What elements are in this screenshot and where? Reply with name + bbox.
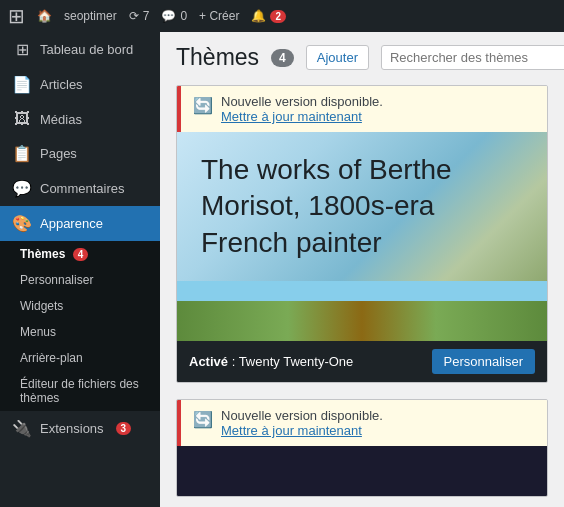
themes-count-badge: 4: [271, 49, 294, 67]
admin-bar: ⊞ 🏠 seoptimer ⟳ 7 💬 0 + Créer 🔔 2: [0, 0, 564, 32]
sidebar-sub-themes[interactable]: Thèmes 4: [0, 241, 160, 267]
landscape-detail: [177, 301, 547, 341]
comment-icon: 💬: [161, 9, 176, 23]
wp-logo[interactable]: ⊞: [8, 4, 25, 28]
theme2-preview: [177, 446, 547, 496]
notice-content: Nouvelle version disponible. Mettre à jo…: [221, 94, 383, 124]
update-link-2[interactable]: Mettre à jour maintenant: [221, 423, 362, 438]
add-theme-button[interactable]: Ajouter: [306, 45, 369, 70]
sidebar-sub-menu: Thèmes 4 Personnaliser Widgets Menus Arr…: [0, 241, 160, 411]
commentaires-icon: 💬: [12, 179, 32, 198]
theme1-preview: The works of Berthe Morisot, 1800s-era F…: [177, 132, 547, 281]
theme1-landscape: [177, 281, 547, 341]
content-area: Thèmes 4 Ajouter 🔄 Nouvelle version disp…: [160, 32, 564, 507]
sidebar-item-dashboard[interactable]: ⊞ Tableau de bord: [0, 32, 160, 67]
site-name[interactable]: seoptimer: [64, 9, 117, 23]
content-header: Thèmes 4 Ajouter: [176, 44, 548, 71]
sidebar-sub-personnaliser[interactable]: Personnaliser: [0, 267, 160, 293]
notification-icon: 🔔: [251, 9, 266, 23]
sidebar-item-pages[interactable]: 📋 Pages: [0, 136, 160, 171]
apparence-icon: 🎨: [12, 214, 32, 233]
theme1-footer: Activé : Twenty Twenty-One Personnaliser: [177, 341, 547, 382]
theme1-notice: 🔄 Nouvelle version disponible. Mettre à …: [177, 86, 547, 132]
customize-button-1[interactable]: Personnaliser: [432, 349, 536, 374]
update-link-1[interactable]: Mettre à jour maintenant: [221, 109, 362, 124]
sidebar-item-articles[interactable]: 📄 Articles: [0, 67, 160, 102]
notice-content-2: Nouvelle version disponible. Mettre à jo…: [221, 408, 383, 438]
update-icon: 🔄: [193, 96, 213, 115]
extensions-icon: 🔌: [12, 419, 32, 438]
sidebar-item-medias[interactable]: 🖼 Médias: [0, 102, 160, 136]
dashboard-icon: ⊞: [12, 40, 32, 59]
updates-item[interactable]: ⟳ 7: [129, 9, 150, 23]
sidebar-item-commentaires[interactable]: 💬 Commentaires: [0, 171, 160, 206]
page-title: Thèmes: [176, 44, 259, 71]
theme1-active-label: Activé : Twenty Twenty-One: [189, 354, 353, 369]
sidebar: ⊞ Tableau de bord 📄 Articles 🖼 Médias 📋 …: [0, 32, 160, 507]
theme-card-2: 🔄 Nouvelle version disponible. Mettre à …: [176, 399, 548, 497]
sidebar-item-apparence[interactable]: 🎨 Apparence: [0, 206, 160, 241]
create-button[interactable]: + Créer: [199, 9, 239, 23]
home-icon[interactable]: 🏠: [37, 9, 52, 23]
sidebar-item-extensions[interactable]: 🔌 Extensions 3: [0, 411, 160, 446]
search-input[interactable]: [381, 45, 564, 70]
pages-icon: 📋: [12, 144, 32, 163]
update-icon-2: 🔄: [193, 410, 213, 429]
sidebar-sub-widgets[interactable]: Widgets: [0, 293, 160, 319]
comments-item[interactable]: 💬 0: [161, 9, 187, 23]
theme1-preview-text: The works of Berthe Morisot, 1800s-era F…: [177, 132, 547, 281]
sidebar-sub-arriere-plan[interactable]: Arrière-plan: [0, 345, 160, 371]
theme2-notice: 🔄 Nouvelle version disponible. Mettre à …: [177, 400, 547, 446]
notifications-item[interactable]: 🔔 2: [251, 9, 286, 23]
sidebar-sub-editeur[interactable]: Éditeur de fichiers des thèmes: [0, 371, 160, 411]
sidebar-sub-menus[interactable]: Menus: [0, 319, 160, 345]
medias-icon: 🖼: [12, 110, 32, 128]
updates-icon: ⟳: [129, 9, 139, 23]
main-layout: ⊞ Tableau de bord 📄 Articles 🖼 Médias 📋 …: [0, 32, 564, 507]
theme-card-1: 🔄 Nouvelle version disponible. Mettre à …: [176, 85, 548, 383]
articles-icon: 📄: [12, 75, 32, 94]
